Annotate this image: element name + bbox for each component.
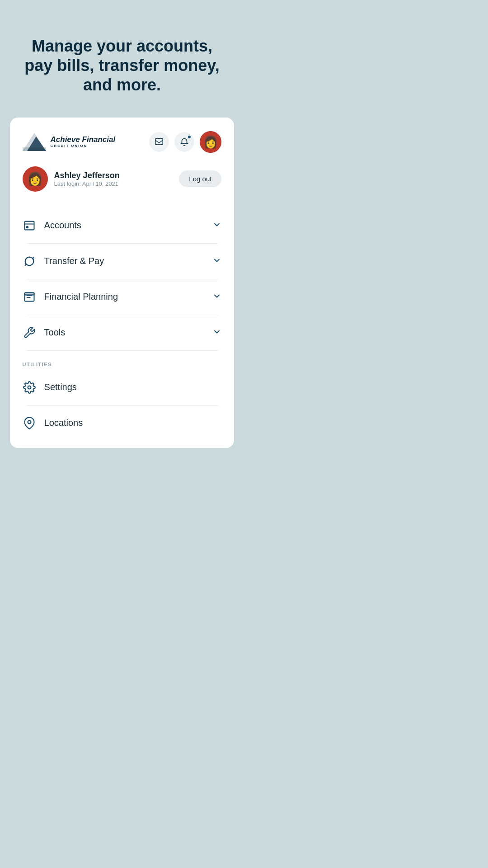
tools-label: Tools <box>44 327 66 338</box>
user-info: 👩 Ashley Jefferson Last login: April 10,… <box>23 166 120 192</box>
tools-icon <box>23 326 36 340</box>
utilities-section: UTILITIES Settings <box>19 353 225 439</box>
logo-area: Achieve Financial CREDIT UNION <box>23 133 116 151</box>
menu-left-financial: Financial Planning <box>23 290 118 304</box>
transfer-icon <box>23 255 36 268</box>
financial-chevron <box>212 292 221 302</box>
menu-left-transfer: Transfer & Pay <box>23 255 104 268</box>
svg-rect-2 <box>23 147 46 151</box>
notification-button[interactable] <box>174 132 194 152</box>
menu-left-locations: Locations <box>23 416 83 430</box>
menu-item-tools[interactable]: Tools <box>23 317 222 349</box>
locations-icon <box>23 416 36 430</box>
message-icon <box>154 137 164 147</box>
card-header: Achieve Financial CREDIT UNION <box>19 131 225 153</box>
logo-text: Achieve Financial CREDIT UNION <box>51 136 116 148</box>
menu-left-tools: Tools <box>23 326 66 340</box>
menu-item-locations[interactable]: Locations <box>23 407 222 439</box>
hero-title: Manage your accounts, pay bills, transfe… <box>18 36 226 95</box>
brand-logo-icon <box>23 133 46 151</box>
utilities-label: UTILITIES <box>23 362 222 367</box>
message-button[interactable] <box>149 132 169 152</box>
separator-3 <box>26 315 218 315</box>
svg-rect-10 <box>24 292 34 295</box>
user-details: Ashley Jefferson Last login: April 10, 2… <box>54 171 120 187</box>
menu-left-settings: Settings <box>23 381 77 394</box>
accounts-icon <box>23 219 36 232</box>
settings-label: Settings <box>44 382 77 392</box>
main-card: Achieve Financial CREDIT UNION <box>10 118 235 448</box>
logo-brand-name: Achieve Financial <box>51 136 116 144</box>
logout-button[interactable]: Log out <box>179 170 221 187</box>
accounts-chevron <box>212 220 221 231</box>
financial-planning-label: Financial Planning <box>44 292 118 302</box>
menu-item-settings[interactable]: Settings <box>23 372 222 403</box>
menu-left-accounts: Accounts <box>23 219 81 232</box>
svg-rect-3 <box>155 138 163 144</box>
svg-point-6 <box>26 226 28 228</box>
separator-4 <box>26 350 218 351</box>
user-name: Ashley Jefferson <box>54 171 120 180</box>
header-icons <box>149 131 221 153</box>
user-avatar: 👩 <box>23 166 48 192</box>
accounts-label: Accounts <box>44 220 81 231</box>
separator-2 <box>26 279 218 279</box>
menu-item-accounts[interactable]: Accounts <box>23 210 222 241</box>
transfer-pay-label: Transfer & Pay <box>44 256 104 266</box>
svg-point-11 <box>28 386 31 389</box>
logo-sub-name: CREDIT UNION <box>51 144 116 148</box>
tools-chevron <box>212 327 221 338</box>
menu-list: Accounts Transfer & P <box>19 210 225 351</box>
user-last-login: Last login: April 10, 2021 <box>54 180 120 187</box>
locations-label: Locations <box>44 418 83 428</box>
settings-icon <box>23 381 36 394</box>
header-avatar-button[interactable] <box>200 131 221 153</box>
svg-rect-4 <box>24 221 34 230</box>
hero-section: Manage your accounts, pay bills, transfe… <box>0 0 244 118</box>
transfer-chevron <box>212 256 221 267</box>
menu-item-transfer-pay[interactable]: Transfer & Pay <box>23 245 222 277</box>
header-avatar <box>200 131 221 153</box>
menu-item-financial-planning[interactable]: Financial Planning <box>23 281 222 313</box>
user-section: 👩 Ashley Jefferson Last login: April 10,… <box>19 166 225 192</box>
separator-5 <box>26 405 218 406</box>
separator-1 <box>26 243 218 244</box>
notification-dot <box>187 135 192 139</box>
svg-point-12 <box>28 420 31 424</box>
financial-icon <box>23 290 36 304</box>
